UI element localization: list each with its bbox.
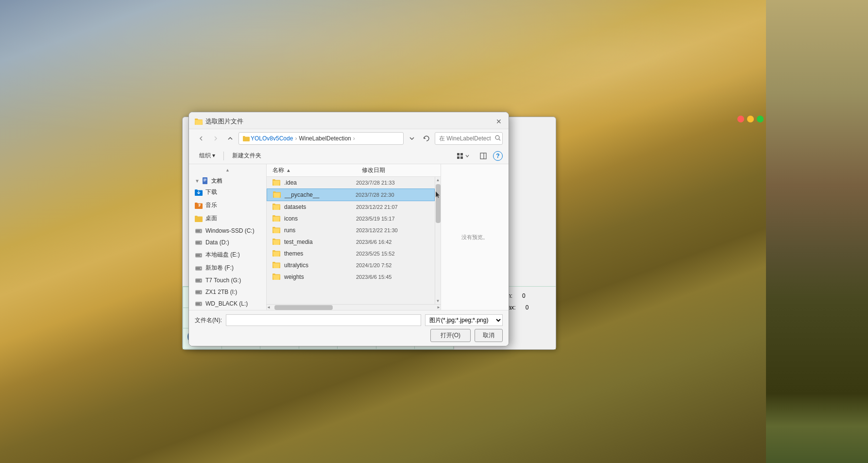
drive-f-icon xyxy=(195,265,203,272)
dialog-actions: 打开(O) 取消 xyxy=(195,329,503,342)
svg-point-18 xyxy=(200,242,202,243)
sidebar-d-drive-label: Data (D:) xyxy=(205,239,229,246)
folder-icon-icons xyxy=(272,215,280,223)
folder-icon-testmedia xyxy=(272,238,280,246)
nav-back-icon xyxy=(199,136,204,141)
sidebar-item-l-drive[interactable]: WD_BLACK (L:) xyxy=(189,298,266,309)
svg-rect-12 xyxy=(204,181,205,181)
search-button[interactable] xyxy=(495,135,501,142)
nav-forward-button[interactable] xyxy=(209,132,222,145)
vscroll-down-btn[interactable]: ▼ xyxy=(435,298,441,304)
hscroll-left-btn[interactable]: ◄ xyxy=(267,305,271,309)
right-image-panel xyxy=(766,0,868,463)
file-name-weights: weights xyxy=(284,274,356,280)
help-button[interactable]: ? xyxy=(493,151,503,161)
sidebar-scroll-down[interactable]: ▼ xyxy=(189,309,266,310)
hscroll-thumb[interactable] xyxy=(274,305,333,310)
nav-forward-icon xyxy=(213,136,218,141)
preview-text: 没有预览。 xyxy=(461,234,488,241)
file-name-pycache: __pycache__ xyxy=(285,191,356,198)
file-item-runs[interactable]: runs 2023/12/22 21:30 xyxy=(267,224,435,236)
sidebar-item-c-drive[interactable]: Windows-SSD (C:) xyxy=(189,225,266,237)
sidebar-e-drive-label: 本地磁盘 (E:) xyxy=(205,251,240,259)
sidebar-item-i-drive[interactable]: ZX1 2TB (I:) xyxy=(189,286,266,298)
file-item-testmedia[interactable]: test_media 2023/6/6 16:42 xyxy=(267,236,435,248)
toolbar-divider xyxy=(223,152,224,160)
svg-point-21 xyxy=(200,255,202,256)
music-folder-icon xyxy=(195,202,203,209)
file-item-weights[interactable]: weights 2023/6/6 15:45 xyxy=(267,271,435,283)
file-date-ultralytics: 2024/1/20 7:52 xyxy=(356,262,429,268)
hscroll-right-btn[interactable]: ► xyxy=(437,305,441,309)
file-item-ultralytics[interactable]: ultralytics 2024/1/20 7:52 xyxy=(267,259,435,271)
desktop-folder-icon xyxy=(195,215,203,222)
organize-button[interactable]: 组织 ▾ xyxy=(195,150,220,162)
dialog-body: ▲ ▼ 文档 下载 xyxy=(189,164,509,310)
vscroll-thumb[interactable] xyxy=(436,184,441,223)
vscroll-up-btn[interactable]: ▲ xyxy=(435,177,441,183)
refresh-icon xyxy=(423,135,430,142)
folder-icon-themes xyxy=(272,250,280,257)
nav-up-icon xyxy=(228,136,233,141)
file-item-icons[interactable]: icons 2023/5/19 15:17 xyxy=(267,213,435,224)
file-item-pycache[interactable]: __pycache__ 2023/7/28 22:30 xyxy=(267,189,435,201)
file-name-datasets: datasets xyxy=(284,204,356,210)
file-item[interactable]: .idea 2023/7/28 21:33 xyxy=(267,177,435,189)
svg-point-15 xyxy=(200,230,202,232)
file-name-icons: icons xyxy=(284,215,356,222)
chevron-down-small-icon xyxy=(465,154,469,157)
sidebar-expand-docs[interactable]: ▼ xyxy=(195,178,200,184)
column-name[interactable]: 名称 ▲ xyxy=(272,166,362,174)
breadcrumb-dropdown-button[interactable] xyxy=(406,132,418,145)
file-item-datasets[interactable]: datasets 2023/12/22 21:07 xyxy=(267,201,435,213)
view-toggle-button[interactable] xyxy=(452,151,474,161)
docs-icon xyxy=(202,177,209,185)
dialog-bottom: 文件名(N): 图片(*.jpg;*.jpeg;*.png) 所有文件 (*.*… xyxy=(189,310,509,346)
file-name-themes: themes xyxy=(284,250,356,257)
new-folder-button[interactable]: 新建文件夹 xyxy=(228,150,266,162)
pane-toggle-button[interactable] xyxy=(476,151,491,161)
dialog-toolbar: 组织 ▾ 新建文件夹 ? xyxy=(189,148,509,164)
macos-controls xyxy=(737,116,764,122)
sidebar-item-f-drive[interactable]: 新加卷 (F:) xyxy=(189,261,266,274)
ymin-value: 0 xyxy=(522,292,526,299)
drive-c-icon xyxy=(195,227,203,234)
macos-close[interactable] xyxy=(737,116,744,122)
sidebar-item-d-drive[interactable]: Data (D:) xyxy=(189,237,266,248)
column-date[interactable]: 修改日期 xyxy=(362,166,435,174)
breadcrumb-bar[interactable]: YOLOv8v5Code › WineLabelDetection › xyxy=(238,132,404,145)
macos-maximize[interactable] xyxy=(757,116,764,122)
dialog-close-button[interactable]: ✕ xyxy=(495,118,503,125)
sidebar-item-g-drive[interactable]: T7 Touch (G:) xyxy=(189,274,266,286)
sidebar-item-download[interactable]: 下载 xyxy=(189,186,266,199)
search-wrap xyxy=(435,132,503,145)
sidebar-item-e-drive[interactable]: 本地磁盘 (E:) xyxy=(189,248,266,261)
drive-g-icon xyxy=(195,277,203,284)
breadcrumb-part2[interactable]: WineLabelDetection xyxy=(299,135,351,142)
refresh-button[interactable] xyxy=(420,132,433,145)
filename-row: 文件名(N): 图片(*.jpg;*.jpeg;*.png) 所有文件 (*.*… xyxy=(195,314,503,326)
filetype-select[interactable]: 图片(*.jpg;*.jpeg;*.png) 所有文件 (*.*) xyxy=(425,314,503,326)
filename-label: 文件名(N): xyxy=(195,316,222,325)
macos-minimize[interactable] xyxy=(747,116,754,122)
file-date-runs: 2023/12/22 21:30 xyxy=(356,227,429,233)
sidebar-section-docs: ▼ 文档 xyxy=(189,174,266,186)
sidebar-f-drive-label: 新加卷 (F:) xyxy=(205,264,234,272)
filename-input[interactable] xyxy=(226,314,421,326)
file-item-themes[interactable]: themes 2023/5/25 15:52 xyxy=(267,248,435,259)
sidebar-scroll-up[interactable]: ▲ xyxy=(189,166,266,174)
sidebar-l-drive-label: WD_BLACK (L:) xyxy=(205,300,248,307)
file-name-runs: runs xyxy=(284,227,356,234)
dialog-title-text: 选取图片文件 xyxy=(205,117,243,126)
nav-back-button[interactable] xyxy=(195,132,207,145)
filelist-items: .idea 2023/7/28 21:33 __pycache__ 2023/7… xyxy=(267,177,435,304)
nav-up-button[interactable] xyxy=(224,132,237,145)
open-button[interactable]: 打开(O) xyxy=(430,329,471,342)
cancel-button[interactable]: 取消 xyxy=(475,329,503,342)
breadcrumb-part1[interactable]: YOLOv8v5Code xyxy=(251,135,293,142)
preview-area: 没有预览。 xyxy=(441,164,509,310)
search-input[interactable] xyxy=(435,132,503,145)
sidebar-item-desktop[interactable]: 桌面 xyxy=(189,212,266,225)
svg-rect-10 xyxy=(204,179,206,179)
sidebar-item-music[interactable]: 音乐 xyxy=(189,199,266,212)
